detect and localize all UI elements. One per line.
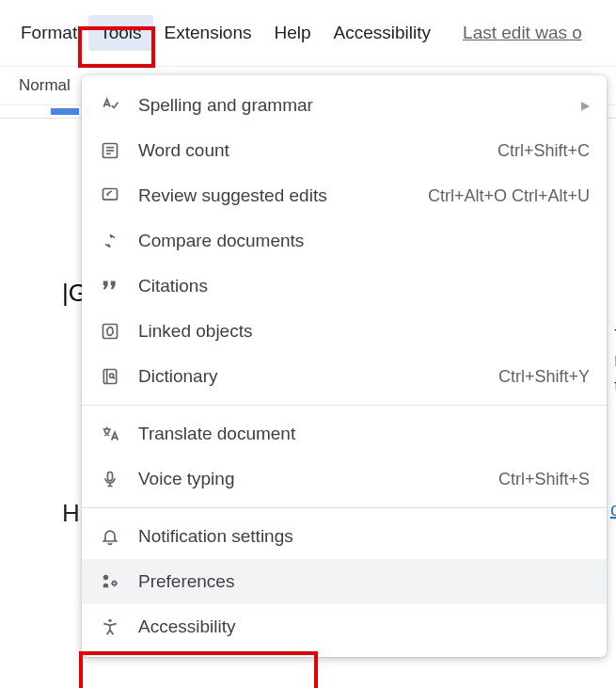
menu-divider: [82, 507, 607, 508]
menubar: Format Tools Extensions Help Accessibili…: [0, 0, 616, 66]
menu-item-label: Spelling and grammar: [138, 95, 581, 116]
menu-item-label: Linked objects: [138, 321, 590, 342]
menu-item-label: Translate document: [138, 424, 590, 444]
menu-notification-settings[interactable]: Notification settings: [82, 514, 607, 559]
menu-linked-objects[interactable]: Linked objects: [82, 309, 607, 354]
svg-line-9: [113, 377, 115, 379]
menu-voice-typing[interactable]: Voice typing Ctrl+Shift+S: [82, 456, 607, 502]
mic-icon: [99, 468, 121, 490]
ruler-margin-marker[interactable]: [51, 108, 79, 115]
quote-icon: [99, 275, 121, 297]
menu-review-suggested[interactable]: Review suggested edits Ctrl+Alt+O Ctrl+A…: [82, 173, 607, 218]
menu-word-count[interactable]: Word count Ctrl+Shift+C: [82, 128, 607, 173]
compare-icon: [99, 230, 121, 252]
menu-format[interactable]: Format: [9, 15, 88, 51]
tools-dropdown: Spelling and grammar ▶ Word count Ctrl+S…: [82, 75, 607, 657]
menu-citations[interactable]: Citations: [82, 264, 607, 309]
menu-item-label: Voice typing: [138, 469, 498, 489]
menu-item-label: Accessibility: [138, 616, 590, 637]
menu-item-shortcut: Ctrl+Shift+Y: [498, 367, 590, 387]
doc-text-line2: H: [62, 499, 80, 528]
menu-preferences[interactable]: Preferences: [82, 559, 607, 604]
menu-item-label: Compare documents: [138, 231, 590, 251]
menu-spelling-grammar[interactable]: Spelling and grammar ▶: [82, 83, 607, 128]
menu-help[interactable]: Help: [263, 15, 323, 51]
dictionary-icon: [99, 365, 121, 388]
translate-icon: [99, 423, 121, 445]
menu-item-label: Dictionary: [138, 366, 498, 387]
menu-item-label: Notification settings: [138, 526, 590, 547]
menu-item-shortcut: Ctrl+Alt+O Ctrl+Alt+U: [428, 186, 590, 206]
menu-item-shortcut: Ctrl+Shift+S: [498, 470, 590, 489]
menu-item-label: Word count: [138, 140, 498, 161]
menu-compare-documents[interactable]: Compare documents: [82, 218, 607, 264]
link-icon: [99, 320, 121, 343]
menu-accessibility-option[interactable]: Accessibility: [82, 604, 607, 649]
menu-dictionary[interactable]: Dictionary Ctrl+Shift+Y: [82, 354, 607, 399]
submenu-arrow-icon: ▶: [581, 99, 590, 112]
last-edit-link[interactable]: Last edit was o: [463, 23, 582, 43]
svg-rect-10: [108, 472, 113, 481]
bell-icon: [99, 525, 121, 548]
svg-point-13: [108, 619, 111, 622]
spellcheck-icon: [99, 94, 121, 117]
menu-divider: [82, 405, 607, 406]
accessibility-icon: [99, 616, 121, 638]
menu-tools[interactable]: Tools: [88, 15, 152, 51]
menu-item-label: Preferences: [138, 571, 590, 592]
menu-translate-document[interactable]: Translate document: [82, 411, 607, 456]
paragraph-style-selector[interactable]: Normal: [19, 76, 71, 95]
svg-point-8: [110, 374, 114, 377]
menu-extensions[interactable]: Extensions: [153, 15, 263, 51]
wordcount-icon: [99, 139, 121, 162]
menu-item-shortcut: Ctrl+Shift+C: [498, 141, 590, 161]
menu-item-label: Review suggested edits: [138, 185, 428, 206]
svg-point-11: [103, 575, 108, 580]
menu-item-label: Citations: [138, 276, 590, 296]
menu-accessibility[interactable]: Accessibility: [323, 15, 442, 51]
background-link-fragment: o: [610, 499, 616, 520]
svg-rect-4: [103, 189, 118, 200]
prefs-icon: [99, 570, 121, 593]
review-icon: [99, 184, 121, 207]
